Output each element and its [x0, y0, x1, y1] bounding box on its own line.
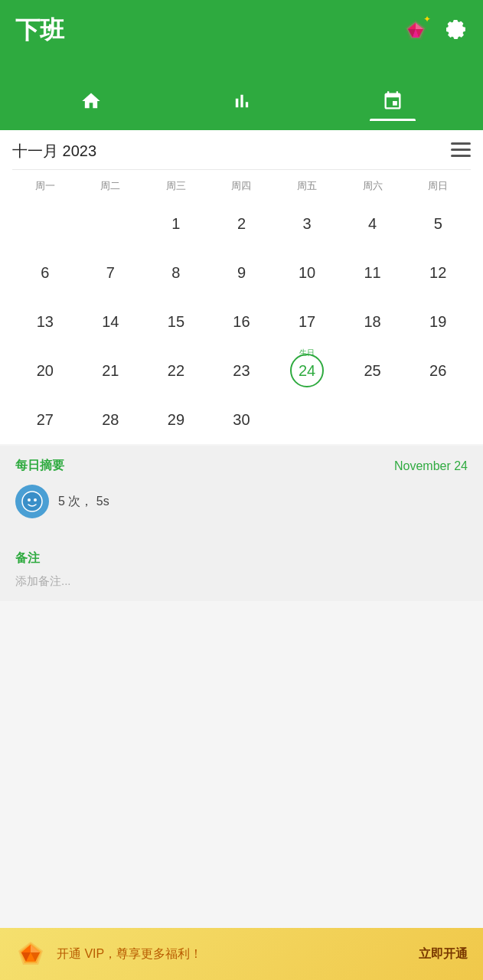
- day-number: [290, 403, 324, 436]
- calendar-day[interactable]: 生日24: [274, 346, 340, 395]
- day-number: 23: [224, 354, 258, 387]
- day-number: [356, 403, 390, 436]
- diamond-icon[interactable]: ✦: [402, 17, 429, 44]
- calendar-day[interactable]: 27: [12, 395, 78, 444]
- month-header: 十一月 2023: [12, 130, 471, 170]
- app-title: 下班: [15, 14, 64, 47]
- day-number: 17: [290, 305, 324, 338]
- tab-stats[interactable]: [166, 83, 317, 121]
- svg-rect-10: [451, 155, 471, 157]
- day-number: 7: [93, 256, 127, 289]
- weekday-thu: 周四: [209, 176, 275, 196]
- day-number: 5: [421, 207, 455, 240]
- settings-icon[interactable]: [443, 17, 468, 44]
- summary-title: 每日摘要: [15, 458, 64, 474]
- svg-rect-9: [451, 149, 471, 151]
- day-number: 16: [224, 305, 258, 338]
- calendar-day[interactable]: 10: [274, 248, 340, 297]
- weekday-tue: 周二: [78, 176, 144, 196]
- calendar-day[interactable]: 30: [209, 395, 275, 444]
- day-number: 24: [290, 354, 324, 387]
- month-title: 十一月 2023: [12, 141, 96, 162]
- calendar-day[interactable]: 9: [209, 248, 275, 297]
- calendar-day[interactable]: 2: [209, 199, 275, 248]
- calendar-day[interactable]: 28: [78, 395, 144, 444]
- tab-calendar[interactable]: [317, 83, 468, 121]
- day-number: 3: [290, 207, 324, 240]
- day-number: 25: [356, 354, 390, 387]
- day-number: 1: [159, 207, 193, 240]
- calendar-day[interactable]: 8: [143, 248, 209, 297]
- calendar-day[interactable]: 26: [405, 346, 471, 395]
- calendar-day[interactable]: 4: [340, 199, 406, 248]
- weekday-fri: 周五: [274, 176, 340, 196]
- weekday-sat: 周六: [340, 176, 406, 196]
- svg-point-11: [22, 492, 42, 511]
- vip-banner[interactable]: 开通 VIP，尊享更多福利！ 立即开通: [0, 928, 483, 980]
- calendar-day: [78, 199, 144, 248]
- summary-item: 5 次， 5s: [15, 485, 468, 518]
- calendar-day[interactable]: 6: [12, 248, 78, 297]
- vip-text: 开通 VIP，尊享更多福利！: [57, 946, 408, 962]
- day-number: 26: [421, 354, 455, 387]
- calendar-day[interactable]: 16: [209, 297, 275, 346]
- calendar-day[interactable]: 22: [143, 346, 209, 395]
- calendar-day[interactable]: 14: [78, 297, 144, 346]
- day-number: 14: [93, 305, 127, 338]
- weekday-mon: 周一: [12, 176, 78, 196]
- day-number: 9: [224, 256, 258, 289]
- calendar-day[interactable]: 25: [340, 346, 406, 395]
- summary-section: 每日摘要 November 24 5 次， 5s: [0, 446, 483, 538]
- calendar-day[interactable]: 23: [209, 346, 275, 395]
- weekday-wed: 周三: [143, 176, 209, 196]
- sparkle-icon: ✦: [423, 14, 431, 24]
- day-number: 4: [356, 207, 390, 240]
- calendar-day[interactable]: 1: [143, 199, 209, 248]
- calendar-day[interactable]: 17: [274, 297, 340, 346]
- calendar-day[interactable]: 11: [340, 248, 406, 297]
- calendar-day: [340, 395, 406, 444]
- weekday-row: 周一 周二 周三 周四 周五 周六 周日: [12, 170, 471, 199]
- day-number: 19: [421, 305, 455, 338]
- vip-action-button[interactable]: 立即开通: [419, 946, 468, 962]
- day-number: 30: [224, 403, 258, 436]
- day-number: 2: [224, 207, 258, 240]
- svg-rect-8: [451, 142, 471, 145]
- calendar-day[interactable]: 7: [78, 248, 144, 297]
- notes-input[interactable]: 添加备注...: [15, 574, 468, 589]
- calendar-day[interactable]: 13: [12, 297, 78, 346]
- weekday-sun: 周日: [405, 176, 471, 196]
- calendar-day[interactable]: 18: [340, 297, 406, 346]
- calendar-day[interactable]: 29: [143, 395, 209, 444]
- calendar-grid: 1234567891011121314151617181920212223生日2…: [12, 199, 471, 444]
- calendar-day[interactable]: 5: [405, 199, 471, 248]
- day-number: 8: [159, 256, 193, 289]
- day-number: 15: [159, 305, 193, 338]
- calendar-day: [274, 395, 340, 444]
- calendar-day: [405, 395, 471, 444]
- calendar-day[interactable]: 12: [405, 248, 471, 297]
- day-number: 6: [28, 256, 62, 289]
- summary-item-text: 5 次， 5s: [58, 494, 109, 510]
- notes-title: 备注: [15, 550, 468, 567]
- day-number: 11: [356, 256, 390, 289]
- tab-home[interactable]: [15, 83, 166, 121]
- day-number: 29: [159, 403, 193, 436]
- day-number: 10: [290, 256, 324, 289]
- day-number: 22: [159, 354, 193, 387]
- header: 下班 ✦: [0, 0, 483, 130]
- calendar-day[interactable]: 15: [143, 297, 209, 346]
- calendar-day[interactable]: 21: [78, 346, 144, 395]
- calendar-day[interactable]: 3: [274, 199, 340, 248]
- day-number: 18: [356, 305, 390, 338]
- calendar-day[interactable]: 19: [405, 297, 471, 346]
- vip-icon: [15, 939, 46, 969]
- summary-date: November 24: [394, 459, 468, 473]
- notes-section: 备注 添加备注...: [0, 538, 483, 601]
- day-number: [93, 207, 127, 240]
- day-number: 27: [28, 403, 62, 436]
- calendar-day[interactable]: 20: [12, 346, 78, 395]
- svg-point-12: [28, 498, 31, 501]
- day-number: 28: [93, 403, 127, 436]
- menu-icon[interactable]: [451, 142, 471, 161]
